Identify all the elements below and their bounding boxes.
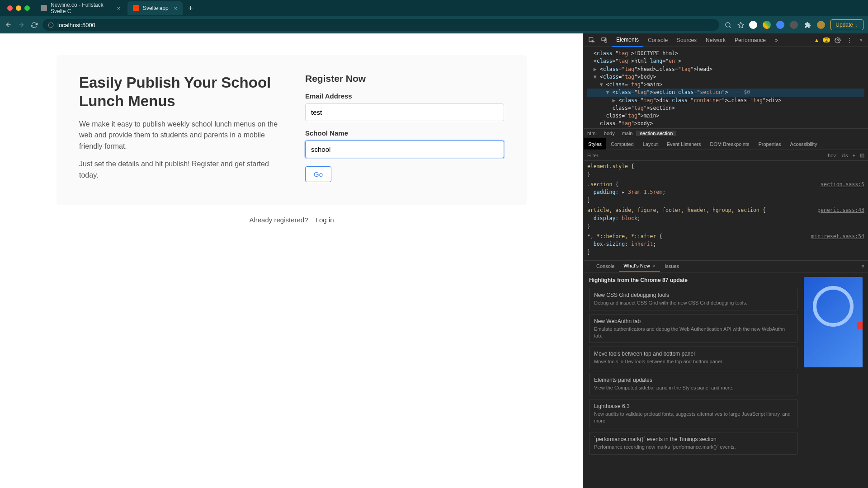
close-drawer-icon[interactable]: × bbox=[858, 263, 868, 269]
svg-point-9 bbox=[837, 39, 839, 41]
extension-icon[interactable] bbox=[790, 21, 798, 29]
whats-new-item[interactable]: New CSS Grid debugging toolsDebug and in… bbox=[589, 288, 797, 310]
hero-section: Easily Publish Your School Lunch Menus W… bbox=[79, 73, 278, 187]
filter-input[interactable]: Filter bbox=[587, 153, 598, 158]
reload-button[interactable] bbox=[30, 21, 38, 29]
drawer-tab-what-s-new[interactable]: What's New× bbox=[619, 260, 660, 272]
dom-line[interactable]: class="tag">main> bbox=[587, 112, 864, 120]
styles-pane[interactable]: element.style {}section.sass:5.section {… bbox=[584, 161, 868, 260]
device-toolbar-icon[interactable] bbox=[600, 36, 608, 44]
styles-tab-properties[interactable]: Properties bbox=[754, 138, 785, 150]
close-window-icon[interactable] bbox=[7, 5, 13, 11]
whats-new-item[interactable]: New WebAuthn tabEmulate authenticators a… bbox=[589, 314, 797, 343]
styles-tab-computed[interactable]: Computed bbox=[606, 138, 638, 150]
forward-button[interactable] bbox=[17, 21, 25, 29]
close-tab-icon[interactable]: × bbox=[174, 5, 178, 12]
dom-line[interactable]: <class="tag">!DOCTYPE html> bbox=[587, 50, 864, 57]
already-registered: Already registered? Log in bbox=[0, 216, 583, 224]
style-rule[interactable]: element.style {} bbox=[587, 163, 864, 179]
styles-tab-layout[interactable]: Layout bbox=[638, 138, 662, 150]
extension-icon[interactable] bbox=[749, 21, 757, 29]
hero-title: Easily Publish Your School Lunch Menus bbox=[79, 73, 278, 111]
styles-tab-accessibility[interactable]: Accessibility bbox=[786, 138, 822, 150]
drawer-tab-console[interactable]: Console bbox=[592, 260, 619, 272]
profile-avatar-icon[interactable] bbox=[817, 21, 825, 29]
update-button[interactable]: Update ⋮ bbox=[830, 19, 863, 30]
crumb-item[interactable]: body bbox=[600, 131, 618, 136]
whats-new-item[interactable]: Move tools between top and bottom panelM… bbox=[589, 347, 797, 369]
styles-filter-row: Filter :hov .cls + ▧ bbox=[584, 150, 868, 161]
form-title: Register Now bbox=[305, 73, 504, 84]
dom-line[interactable]: ▶ <class="tag">div class="container">…cl… bbox=[587, 97, 864, 104]
dom-tree[interactable]: <class="tag">!DOCTYPE html> <class="tag"… bbox=[584, 47, 868, 128]
school-label: School Name bbox=[305, 129, 504, 137]
svg-marker-5 bbox=[738, 22, 744, 28]
crumb-item[interactable]: main bbox=[618, 131, 637, 136]
style-rule[interactable]: generic.sass:43article, aside, figure, f… bbox=[587, 206, 864, 230]
devtools-tab-sources[interactable]: Sources bbox=[672, 33, 701, 47]
cls-toggle[interactable]: .cls bbox=[840, 153, 848, 158]
extension-icon[interactable] bbox=[776, 21, 784, 29]
school-input[interactable] bbox=[305, 141, 504, 158]
hero-paragraph: We make it easy to publish weekly school… bbox=[79, 119, 278, 152]
kebab-menu-icon[interactable]: ⋮ bbox=[845, 36, 854, 44]
devtools-panel: ElementsConsoleSourcesNetworkPerformance… bbox=[583, 33, 868, 488]
dom-line[interactable]: ▼ <class="tag">main> bbox=[587, 81, 864, 89]
devtools-tab-elements[interactable]: Elements bbox=[612, 33, 643, 47]
whats-new-item[interactable]: `performance.mark()` events in the Timin… bbox=[589, 432, 797, 455]
settings-icon[interactable] bbox=[834, 36, 842, 44]
page-viewport: Easily Publish Your School Lunch Menus W… bbox=[0, 33, 583, 488]
drawer-tab-issues[interactable]: Issues bbox=[660, 260, 684, 272]
register-card: Easily Publish Your School Lunch Menus W… bbox=[57, 55, 527, 205]
email-label: Email Address bbox=[305, 92, 504, 100]
close-devtools-icon[interactable]: × bbox=[857, 36, 865, 44]
url-text: localhost:5000 bbox=[57, 22, 95, 28]
bookmark-icon[interactable] bbox=[736, 21, 745, 29]
go-button[interactable]: Go bbox=[305, 166, 331, 182]
close-tab-icon[interactable]: × bbox=[653, 263, 656, 268]
close-tab-icon[interactable]: × bbox=[117, 5, 120, 12]
style-rule[interactable]: section.sass:5.section { padding: ▸ 3rem… bbox=[587, 181, 864, 205]
style-rule[interactable]: minireset.sass:54*, *::before, *::after … bbox=[587, 233, 864, 257]
dom-line[interactable]: <class="tag">html lang="en"> bbox=[587, 57, 864, 65]
extension-icon[interactable] bbox=[763, 21, 771, 29]
zoom-icon[interactable] bbox=[724, 21, 732, 29]
favicon-icon bbox=[133, 5, 139, 11]
minimize-window-icon[interactable] bbox=[16, 5, 21, 11]
whats-new-item[interactable]: Lighthouse 6.3New audits to validate pre… bbox=[589, 399, 797, 428]
address-bar[interactable]: localhost:5000 bbox=[42, 19, 719, 31]
back-button[interactable] bbox=[5, 21, 13, 29]
crumb-item[interactable]: section.section bbox=[636, 131, 676, 136]
styles-tab-event-listeners[interactable]: Event Listeners bbox=[662, 138, 706, 150]
extensions-area: Update ⋮ bbox=[749, 19, 863, 30]
devtools-tab-performance[interactable]: Performance bbox=[730, 33, 770, 47]
extensions-menu-icon[interactable] bbox=[803, 21, 811, 29]
maximize-window-icon[interactable] bbox=[24, 5, 30, 11]
dom-line[interactable]: ▶ <class="tag">head>…class="tag">head> bbox=[587, 66, 864, 73]
dom-line[interactable]: class="tag">section> bbox=[587, 104, 864, 112]
warning-icon[interactable]: ▲ bbox=[814, 37, 820, 43]
styles-tab-styles[interactable]: Styles bbox=[584, 138, 606, 150]
dom-line[interactable]: class="tag">body> bbox=[587, 120, 864, 127]
devtools-tab-network[interactable]: Network bbox=[701, 33, 730, 47]
hov-toggle[interactable]: :hov bbox=[826, 153, 836, 158]
devtools-tabs: ElementsConsoleSourcesNetworkPerformance… bbox=[584, 33, 868, 47]
whats-new-item[interactable]: Elements panel updatesView the Computed … bbox=[589, 373, 797, 395]
register-form: Register Now Email Address School Name G… bbox=[305, 73, 504, 187]
dom-line[interactable]: ▼ <class="tag">section class="section"> … bbox=[587, 89, 864, 96]
styles-tab-dom-breakpoints[interactable]: DOM Breakpoints bbox=[706, 138, 754, 150]
more-tabs-icon[interactable]: » bbox=[770, 33, 783, 47]
new-style-rule-icon[interactable]: + bbox=[853, 153, 855, 158]
dom-line[interactable]: ▼ <class="tag">body> bbox=[587, 73, 864, 81]
browser-tab-1[interactable]: Svelte app × bbox=[127, 1, 183, 15]
more-actions-icon[interactable]: ▧ bbox=[860, 152, 864, 158]
browser-tab-0[interactable]: Newline.co - Fullstack Svelte C × bbox=[35, 1, 126, 15]
drawer-menu-icon[interactable]: ⋮ bbox=[584, 262, 592, 270]
tab-title: Newline.co - Fullstack Svelte C bbox=[51, 2, 111, 14]
devtools-tab-console[interactable]: Console bbox=[643, 33, 672, 47]
email-input[interactable] bbox=[305, 103, 504, 121]
inspect-element-icon[interactable] bbox=[587, 36, 595, 44]
login-link[interactable]: Log in bbox=[316, 216, 334, 224]
new-tab-button[interactable]: + bbox=[184, 4, 197, 13]
crumb-item[interactable]: html bbox=[584, 131, 600, 136]
